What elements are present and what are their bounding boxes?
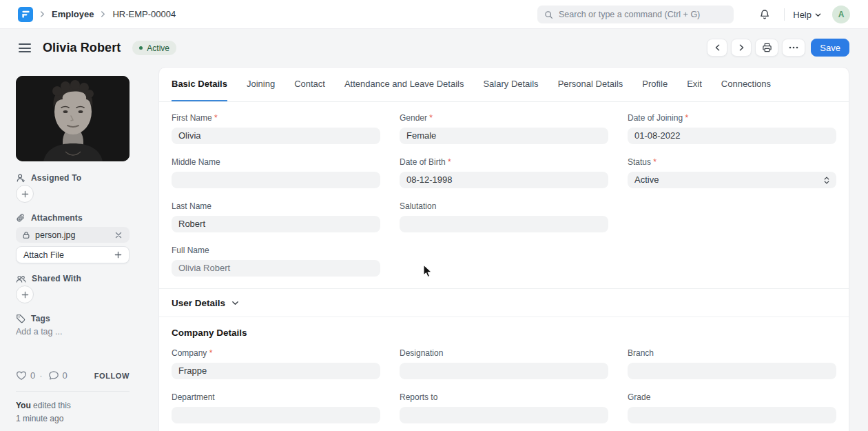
tab-attendance-leave[interactable]: Attendance and Leave Details bbox=[344, 68, 464, 101]
field-grade: Grade bbox=[628, 392, 836, 423]
prev-record-button[interactable] bbox=[707, 39, 727, 57]
edited-action: edited this bbox=[31, 401, 71, 410]
comment-icon[interactable] bbox=[48, 370, 59, 381]
breadcrumb-chevron-icon bbox=[100, 11, 106, 17]
next-record-button[interactable] bbox=[731, 39, 752, 57]
add-assignment-button[interactable] bbox=[16, 185, 34, 203]
middle-name-input[interactable] bbox=[172, 172, 380, 188]
tag-icon bbox=[16, 314, 25, 323]
chevron-left-icon bbox=[714, 44, 721, 51]
status-select[interactable]: Active bbox=[628, 172, 836, 188]
field-company: Company Frappe bbox=[172, 348, 380, 379]
likes-count: 0 bbox=[30, 370, 35, 381]
employee-photo[interactable] bbox=[16, 76, 130, 161]
breadcrumb-employee[interactable]: Employee bbox=[52, 9, 94, 19]
breadcrumb-employee-id[interactable]: HR-EMP-00004 bbox=[112, 9, 176, 19]
attachment-item[interactable]: person.jpg bbox=[16, 227, 130, 243]
last-name-input[interactable]: Robert bbox=[172, 216, 380, 232]
page-header: Olivia Robert Active Save bbox=[0, 29, 868, 67]
date-of-joining-input[interactable]: 01-08-2022 bbox=[628, 128, 836, 144]
portrait-image bbox=[16, 76, 130, 161]
tab-personal-details[interactable]: Personal Details bbox=[558, 68, 623, 101]
field-reports-to: Reports to bbox=[400, 392, 608, 423]
tab-profile[interactable]: Profile bbox=[642, 68, 668, 101]
save-button[interactable]: Save bbox=[811, 39, 849, 57]
edit-history[interactable]: You edited this 1 minute ago bbox=[16, 399, 130, 425]
date-of-birth-input[interactable]: 08-12-1998 bbox=[400, 172, 608, 188]
field-branch: Branch bbox=[628, 348, 836, 379]
form-tabs: Basic Details Joining Contact Attendance… bbox=[159, 68, 849, 102]
status-dot bbox=[139, 46, 143, 50]
grade-input[interactable] bbox=[628, 407, 836, 423]
help-label: Help bbox=[793, 10, 812, 20]
page-title: Olivia Robert bbox=[43, 41, 121, 55]
lock-icon bbox=[22, 231, 30, 239]
tab-contact[interactable]: Contact bbox=[294, 68, 325, 101]
field-gender: Gender Female bbox=[400, 113, 608, 144]
print-button[interactable] bbox=[755, 39, 778, 57]
navbar-right: Help A bbox=[754, 0, 850, 29]
global-search-input[interactable]: Search or type a command (Ctrl + G) bbox=[537, 6, 734, 23]
shared-users-icon bbox=[16, 274, 26, 283]
comments-count: 0 bbox=[63, 370, 68, 381]
gender-label: Gender bbox=[400, 113, 608, 123]
attachment-file-name[interactable]: person.jpg bbox=[35, 230, 75, 240]
gender-input[interactable]: Female bbox=[400, 128, 608, 144]
chevron-right-icon bbox=[738, 44, 745, 51]
grade-label: Grade bbox=[628, 392, 836, 402]
attach-file-button[interactable]: Attach File bbox=[16, 246, 130, 263]
plus-icon bbox=[21, 190, 29, 198]
tab-joining[interactable]: Joining bbox=[247, 68, 275, 101]
department-input[interactable] bbox=[172, 407, 380, 423]
top-navbar: Employee HR-EMP-00004 Search or type a c… bbox=[0, 0, 868, 29]
select-chevrons-icon bbox=[824, 177, 829, 184]
user-avatar[interactable]: A bbox=[832, 6, 850, 23]
attach-file-label: Attach File bbox=[23, 250, 64, 260]
tags-label: Tags bbox=[31, 314, 50, 323]
remove-attachment-icon[interactable] bbox=[114, 230, 123, 240]
plus-icon bbox=[21, 291, 29, 299]
menu-ellipsis-button[interactable] bbox=[782, 39, 805, 57]
field-status: Status Active bbox=[628, 157, 836, 188]
field-date-of-birth: Date of Birth 08-12-1998 bbox=[400, 157, 608, 188]
notifications-bell-icon[interactable] bbox=[754, 6, 776, 23]
branch-input[interactable] bbox=[628, 363, 836, 379]
chevron-down-icon bbox=[815, 12, 821, 18]
navbar-divider bbox=[784, 8, 785, 21]
status-badge: Active bbox=[132, 41, 176, 55]
tab-connections[interactable]: Connections bbox=[721, 68, 771, 101]
frappe-logo[interactable] bbox=[18, 7, 33, 22]
reports-to-label: Reports to bbox=[400, 392, 608, 402]
first-name-input[interactable]: Olivia bbox=[172, 128, 380, 144]
full-name-label: Full Name bbox=[172, 245, 380, 255]
social-row: 0 · 0 FOLLOW bbox=[16, 370, 130, 381]
field-middle-name: Middle Name bbox=[172, 157, 380, 188]
field-date-of-joining: Date of Joining 01-08-2022 bbox=[628, 113, 836, 144]
add-tag-input[interactable]: Add a tag ... bbox=[16, 327, 130, 337]
field-first-name: First Name Olivia bbox=[172, 113, 380, 144]
tab-salary-details[interactable]: Salary Details bbox=[483, 68, 538, 101]
tags-section: Tags bbox=[16, 314, 130, 323]
field-department: Department bbox=[172, 392, 380, 423]
status-label: Status bbox=[628, 157, 836, 167]
help-menu[interactable]: Help bbox=[793, 10, 821, 20]
salutation-input[interactable] bbox=[400, 216, 608, 232]
follow-button[interactable]: FOLLOW bbox=[94, 372, 130, 380]
sidebar-toggle-icon[interactable] bbox=[17, 39, 32, 58]
middle-name-label: Middle Name bbox=[172, 157, 380, 167]
company-input[interactable]: Frappe bbox=[172, 363, 380, 379]
user-details-section-toggle[interactable]: User Details bbox=[172, 289, 836, 317]
heart-icon[interactable] bbox=[16, 370, 27, 381]
field-designation: Designation bbox=[400, 348, 608, 379]
frappe-logo-glyph bbox=[21, 10, 30, 19]
avatar-initial: A bbox=[838, 10, 845, 19]
reports-to-input[interactable] bbox=[400, 407, 608, 423]
user-details-heading: User Details bbox=[172, 298, 225, 308]
tab-basic-details[interactable]: Basic Details bbox=[172, 68, 227, 101]
attachments-label: Attachments bbox=[31, 213, 83, 223]
first-name-label: First Name bbox=[172, 113, 380, 123]
tab-exit[interactable]: Exit bbox=[687, 68, 702, 101]
designation-input[interactable] bbox=[400, 363, 608, 379]
dot-separator: · bbox=[39, 370, 42, 381]
add-share-button[interactable] bbox=[16, 285, 34, 303]
